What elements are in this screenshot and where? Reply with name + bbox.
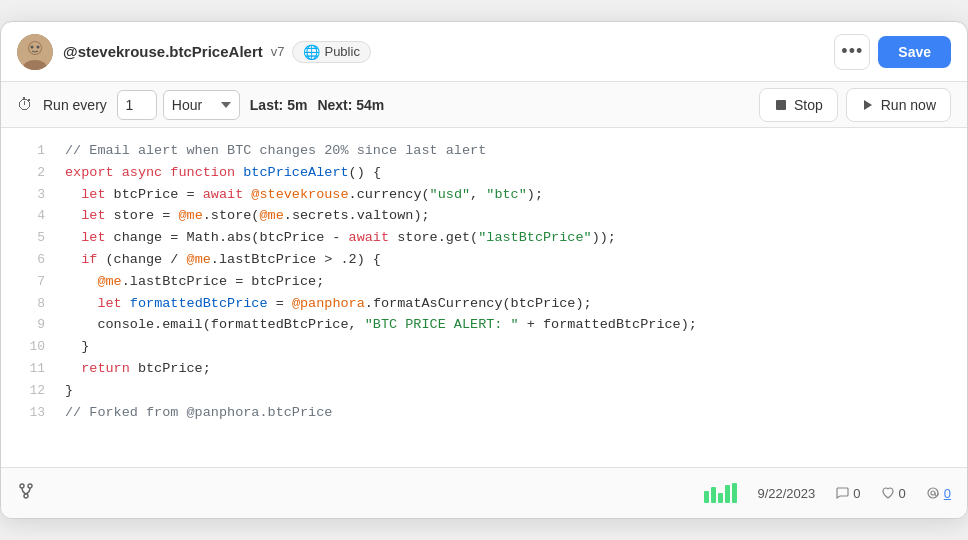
activity-chart (704, 483, 737, 503)
footer: 9/22/2023 0 0 0 (1, 468, 967, 518)
svg-point-4 (31, 45, 34, 48)
code-line: 11 return btcPrice; (1, 358, 967, 380)
avatar (17, 34, 53, 70)
header: @stevekrouse.btcPriceAlert v7 🌐 Public •… (1, 22, 967, 82)
bar (732, 483, 737, 503)
bar (725, 485, 730, 503)
svg-point-5 (37, 45, 40, 48)
code-line: 13 // Forked from @panphora.btcPrice (1, 402, 967, 424)
interval-unit-select[interactable]: Hour Minute Day (163, 90, 240, 120)
header-actions: ••• Save (834, 34, 951, 70)
toolbar: ⏱ Run every Hour Minute Day Last: 5m Nex… (1, 82, 967, 128)
stop-button[interactable]: Stop (759, 88, 838, 122)
bar (718, 493, 723, 503)
save-button[interactable]: Save (878, 36, 951, 68)
code-line: 5 let change = Math.abs(btcPrice - await… (1, 227, 967, 249)
bar (704, 491, 709, 503)
code-line: 1 // Email alert when BTC changes 20% si… (1, 140, 967, 162)
run-now-button[interactable]: Run now (846, 88, 951, 122)
schedule-group: Hour Minute Day (117, 90, 240, 120)
fork-icon (17, 482, 35, 504)
code-line: 10 } (1, 336, 967, 358)
code-editor[interactable]: 1 // Email alert when BTC changes 20% si… (1, 128, 967, 468)
play-icon (861, 98, 875, 112)
title-area: @stevekrouse.btcPriceAlert v7 🌐 Public (63, 41, 824, 63)
next-run-info: Next: 54m (317, 97, 384, 113)
run-every-label: Run every (43, 97, 107, 113)
svg-point-9 (28, 484, 32, 488)
script-name[interactable]: btcPriceAlert (169, 43, 262, 60)
svg-point-8 (20, 484, 24, 488)
code-line: 8 let formattedBtcPrice = @panphora.form… (1, 293, 967, 315)
toolbar-right: Stop Run now (759, 88, 951, 122)
visibility-badge: 🌐 Public (292, 41, 370, 63)
references-stat: 0 (926, 486, 951, 501)
globe-icon: 🌐 (303, 44, 320, 60)
bar (711, 487, 716, 503)
code-line: 2 export async function btcPriceAlert() … (1, 162, 967, 184)
at-icon (926, 486, 940, 500)
heart-icon (881, 486, 895, 500)
interval-number-input[interactable] (117, 90, 157, 120)
code-line: 4 let store = @me.store(@me.secrets.valt… (1, 205, 967, 227)
code-line: 3 let btcPrice = await @stevekrouse.curr… (1, 184, 967, 206)
likes-stat: 0 (881, 486, 906, 501)
version-badge: v7 (271, 44, 285, 59)
more-options-button[interactable]: ••• (834, 34, 870, 70)
code-line: 7 @me.lastBtcPrice = btcPrice; (1, 271, 967, 293)
clock-icon: ⏱ (17, 96, 33, 114)
comments-stat: 0 (835, 486, 860, 501)
comment-icon (835, 486, 849, 500)
svg-point-10 (24, 494, 28, 498)
code-line: 9 console.email(formattedBtcPrice, "BTC … (1, 314, 967, 336)
svg-marker-7 (864, 100, 872, 110)
last-run-info: Last: 5m (250, 97, 308, 113)
stop-icon (774, 98, 788, 112)
date-label: 9/22/2023 (757, 486, 815, 501)
username: @stevekrouse.btcPriceAlert (63, 43, 263, 60)
main-window: @stevekrouse.btcPriceAlert v7 🌐 Public •… (0, 21, 968, 519)
code-line: 12 } (1, 380, 967, 402)
svg-rect-6 (776, 100, 786, 110)
code-line: 6 if (change / @me.lastBtcPrice > .2) { (1, 249, 967, 271)
footer-right: 9/22/2023 0 0 0 (704, 483, 951, 503)
